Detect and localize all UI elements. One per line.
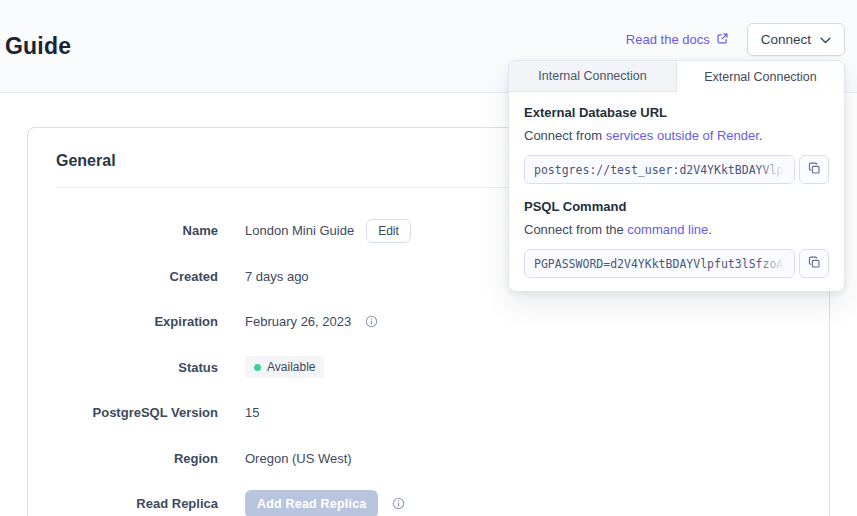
external-database-url-value: postgres://test_user:d2V4YKktBDAYVlpfut3… xyxy=(534,163,795,177)
row-region: Region Oregon (US West) xyxy=(28,436,829,482)
add-read-replica-button[interactable]: Add Read Replica xyxy=(245,490,378,516)
info-icon[interactable] xyxy=(365,315,378,328)
info-icon[interactable] xyxy=(392,497,405,510)
read-the-docs-link[interactable]: Read the docs xyxy=(626,32,729,48)
row-expiration: Expiration February 26, 2023 xyxy=(28,299,829,345)
row-label: PostgreSQL Version xyxy=(56,405,218,420)
services-outside-render-link[interactable]: services outside of Render xyxy=(606,128,759,143)
row-label: Created xyxy=(56,269,218,284)
tab-external-connection[interactable]: External Connection xyxy=(677,61,844,92)
connection-tabs: Internal Connection External Connection xyxy=(509,61,844,92)
command-line-link[interactable]: command line xyxy=(627,222,708,237)
text-fade-overlay xyxy=(758,156,794,183)
desc-text: Connect from the xyxy=(524,222,627,237)
expiration-value: February 26, 2023 xyxy=(245,314,351,329)
row-status: Status Available xyxy=(28,345,829,391)
version-value: 15 xyxy=(245,405,259,420)
connect-button-label: Connect xyxy=(761,32,811,47)
name-value: London Mini Guide xyxy=(245,223,354,238)
header-actions: Read the docs Connect xyxy=(626,23,845,56)
copy-psql-command-button[interactable] xyxy=(799,249,829,278)
desc-text: . xyxy=(708,222,712,237)
desc-text: . xyxy=(759,128,763,143)
region-value: Oregon (US West) xyxy=(245,451,352,466)
psql-command-field[interactable]: PGPASSWORD=d2V4YKktBDAYVlpfut3lSfzoAWhwb… xyxy=(524,249,795,278)
row-label: Name xyxy=(56,223,218,238)
row-read-replica: Read Replica Add Read Replica xyxy=(28,481,829,516)
external-link-icon xyxy=(716,32,729,48)
external-database-url-heading: External Database URL xyxy=(524,105,829,120)
row-postgres-version: PostgreSQL Version 15 xyxy=(28,390,829,436)
connect-dropdown-panel: Internal Connection External Connection … xyxy=(508,60,845,292)
desc-text: Connect from xyxy=(524,128,606,143)
status-badge: Available xyxy=(245,356,324,378)
external-database-url-field[interactable]: postgres://test_user:d2V4YKktBDAYVlpfut3… xyxy=(524,155,795,184)
page-title: Guide xyxy=(5,33,71,60)
status-label: Available xyxy=(267,360,315,374)
copy-icon xyxy=(808,256,821,272)
created-value: 7 days ago xyxy=(245,269,309,284)
external-url-group: postgres://test_user:d2V4YKktBDAYVlpfut3… xyxy=(524,155,829,184)
external-database-url-desc: Connect from services outside of Render. xyxy=(524,128,829,143)
row-label: Status xyxy=(56,360,218,375)
tab-internal-connection[interactable]: Internal Connection xyxy=(509,61,677,92)
database-detail-page: Guide Read the docs Connect xyxy=(0,0,857,516)
read-the-docs-label: Read the docs xyxy=(626,32,710,47)
psql-command-desc: Connect from the command line. xyxy=(524,222,829,237)
edit-name-button[interactable]: Edit xyxy=(366,219,411,243)
row-label: Region xyxy=(56,451,218,466)
connect-panel-body: External Database URL Connect from servi… xyxy=(509,92,844,278)
text-fade-overlay xyxy=(758,250,794,277)
copy-external-url-button[interactable] xyxy=(799,155,829,184)
connect-button[interactable]: Connect xyxy=(747,23,845,56)
status-dot-icon xyxy=(254,364,261,371)
psql-command-value: PGPASSWORD=d2V4YKktBDAYVlpfut3lSfzoAWhwb… xyxy=(534,257,795,271)
psql-command-heading: PSQL Command xyxy=(524,199,829,214)
row-label: Read Replica xyxy=(56,496,218,511)
row-label: Expiration xyxy=(56,314,218,329)
chevron-down-icon xyxy=(820,32,831,47)
copy-icon xyxy=(808,162,821,178)
psql-command-group: PGPASSWORD=d2V4YKktBDAYVlpfut3lSfzoAWhwb… xyxy=(524,249,829,278)
